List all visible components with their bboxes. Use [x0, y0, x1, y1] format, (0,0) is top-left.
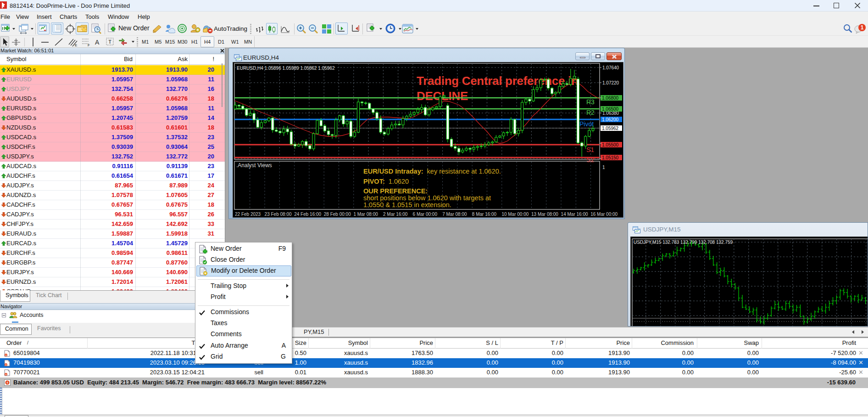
- svg-text:24 Feb 16:00: 24 Feb 16:00: [294, 212, 321, 217]
- svg-text:EUR/USD Intraday: key resista: EUR/USD Intraday: key resistance at 1.06…: [363, 168, 501, 175]
- svg-text:7 Mar 08:00: 7 Mar 08:00: [442, 212, 467, 217]
- svg-text:1.07640: 1.07640: [602, 65, 619, 70]
- svg-text:14 Mar 16:00: 14 Mar 16:00: [561, 212, 588, 217]
- svg-text:DECLINE: DECLINE: [417, 89, 468, 103]
- svg-text:23 Feb 08:00: 23 Feb 08:00: [265, 212, 292, 217]
- svg-text:F: F: [88, 43, 90, 47]
- svg-text:1 Mar 08:00: 1 Mar 08:00: [353, 212, 378, 217]
- svg-text:28 Feb 00:00: 28 Feb 00:00: [324, 212, 351, 217]
- svg-text:EURUSD,H4 1.05896 1.05989 1.0: EURUSD,H4 1.05896 1.05989 1.05862 1.0596…: [237, 66, 335, 71]
- svg-text:1: 1: [861, 24, 864, 31]
- svg-text:Pivot: Pivot: [579, 120, 594, 128]
- svg-text:13 Mar 08:00: 13 Mar 08:00: [531, 212, 558, 217]
- svg-text:1.05500: 1.05500: [602, 142, 619, 147]
- svg-text:1.06800: 1.06800: [602, 96, 619, 101]
- svg-text:1.0550 & 1.0515 in extension.: 1.0550 & 1.0515 in extension.: [363, 201, 451, 208]
- svg-text:22 Feb 2023: 22 Feb 2023: [235, 212, 261, 217]
- svg-text:S1: S1: [586, 146, 594, 153]
- svg-text:USDJPY,M15 132.783 132.799 13: USDJPY,M15 132.783 132.799 132.708 132.7…: [634, 240, 733, 245]
- svg-text:1.05962: 1.05962: [602, 126, 619, 131]
- svg-text:R2: R2: [586, 109, 595, 116]
- svg-text:Trading Central preference in: Trading Central preference in: [417, 74, 579, 88]
- svg-text:10 Mar 00:00: 10 Mar 00:00: [501, 212, 529, 217]
- svg-text:E: E: [75, 43, 77, 47]
- svg-text:R3: R3: [586, 98, 595, 106]
- svg-text:S2: S2: [586, 156, 594, 163]
- svg-text:1: 1: [602, 165, 605, 170]
- svg-text:short positions below 1.0620 w: short positions below 1.0620 with target…: [363, 194, 491, 202]
- svg-text:OUR PREFERENCE:: OUR PREFERENCE:: [363, 187, 428, 195]
- svg-text:1.06200: 1.06200: [602, 117, 619, 122]
- svg-text:1.06500: 1.06500: [602, 107, 619, 112]
- svg-text:2 Mar 16:00: 2 Mar 16:00: [383, 212, 408, 217]
- svg-text:8 Mar 16:00: 8 Mar 16:00: [472, 212, 497, 217]
- svg-text:.Analyst Views: .Analyst Views: [236, 162, 272, 169]
- svg-text:PIVOT: 1.0620: PIVOT: 1.0620: [363, 178, 409, 185]
- svg-text:T: T: [108, 39, 111, 45]
- svg-text:6 Mar 00:00: 6 Mar 00:00: [413, 212, 438, 217]
- svg-text:1.05150: 1.05150: [602, 155, 619, 160]
- svg-text:16 Mar 00:00: 16 Mar 00:00: [590, 212, 618, 217]
- svg-text:1.07220: 1.07220: [602, 80, 619, 85]
